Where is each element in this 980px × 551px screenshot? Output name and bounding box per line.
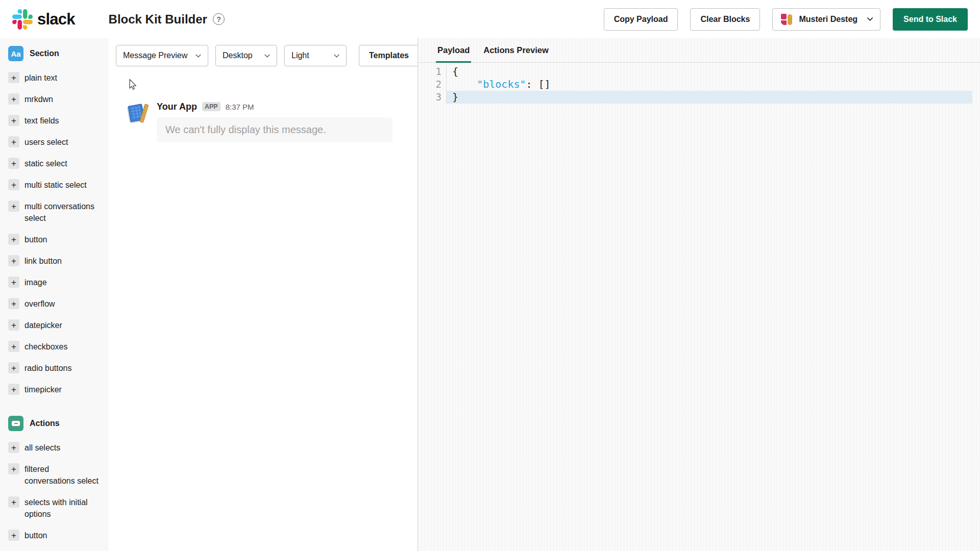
sidebar-item[interactable]: timepicker (8, 384, 105, 395)
sidebar-item[interactable]: radio buttons (8, 362, 105, 374)
payload-tabs: Payload Actions Preview (418, 38, 980, 63)
page-title: Block Kit Builder (109, 12, 207, 27)
sidebar-item-label: mrkdwn (24, 93, 53, 105)
actions-group-title: Actions (30, 419, 60, 428)
workspace-name: Musteri Desteg (799, 15, 857, 24)
sidebar-item[interactable]: datepicker (8, 319, 105, 331)
sidebar-item-label: button (24, 530, 47, 541)
code-line[interactable]: 1 { (418, 65, 980, 78)
sidebar-item[interactable]: selects with initial options (8, 496, 105, 520)
plus-icon (8, 530, 19, 541)
view-mode-select[interactable]: Message Preview (116, 45, 208, 66)
sidebar-item[interactable]: overflow (8, 298, 105, 310)
sidebar-group-actions: Actions all selects filtered conversatio… (8, 416, 105, 551)
plus-icon (8, 201, 19, 212)
actions-item-list: all selects filtered conversations selec… (8, 442, 105, 551)
sidebar-item-label: radio buttons (24, 362, 72, 374)
templates-button[interactable]: Templates (359, 45, 419, 66)
app-avatar (125, 102, 150, 126)
sidebar-item[interactable]: multi conversations select (8, 201, 105, 224)
plus-icon (8, 362, 19, 373)
app-header: slack Block Kit Builder ? Copy Payload C… (0, 0, 980, 38)
sidebar-item-label: overflow (24, 298, 55, 310)
message-body: We can't fully display this message. (157, 117, 393, 142)
sidebar-item[interactable]: multi static select (8, 179, 105, 191)
chevron-down-icon (195, 54, 201, 58)
sidebar-item-label: multi static select (24, 179, 87, 191)
plus-icon (8, 115, 19, 126)
slack-message-preview: Your App APP 8:37 PM We can't fully disp… (125, 102, 393, 142)
sidebar-item[interactable]: text fields (8, 115, 105, 127)
sidebar-item-label: selects with initial options (24, 496, 101, 520)
plus-icon (8, 298, 19, 309)
block-sidebar: Aa Section plain text mrkdwn text fields (0, 38, 109, 551)
plus-icon (8, 463, 19, 474)
plus-icon (8, 179, 19, 190)
tab-actions-preview[interactable]: Actions Preview (483, 38, 548, 62)
view-mode-value: Message Preview (123, 51, 187, 60)
slack-logo-icon (12, 9, 33, 30)
clear-blocks-button[interactable]: Clear Blocks (690, 8, 760, 31)
sidebar-item[interactable]: button (8, 530, 105, 541)
plus-icon (8, 255, 19, 266)
theme-value: Light (291, 51, 309, 60)
actions-group-header: Actions (8, 416, 105, 431)
sidebar-item[interactable]: checkboxes (8, 341, 105, 353)
chevron-down-icon (334, 54, 339, 58)
sidebar-item[interactable]: all selects (8, 442, 105, 454)
code-line-content: { (447, 65, 972, 78)
theme-select[interactable]: Light (284, 45, 347, 66)
sidebar-item[interactable]: filtered conversations select (8, 463, 105, 487)
slack-wordmark: slack (37, 10, 75, 29)
copy-payload-button[interactable]: Copy Payload (604, 8, 678, 31)
help-icon[interactable]: ? (213, 13, 225, 25)
chevron-down-icon (867, 17, 873, 21)
slack-logo: slack (12, 9, 75, 30)
code-line[interactable]: 3 } (418, 91, 980, 104)
app-name: Your App (157, 102, 197, 112)
plus-icon (8, 158, 19, 169)
section-item-list: plain text mrkdwn text fields users sele… (8, 72, 105, 395)
plus-icon (8, 234, 19, 245)
sidebar-item-label: timepicker (24, 384, 62, 395)
sidebar-item[interactable]: plain text (8, 72, 105, 84)
tab-payload[interactable]: Payload (437, 38, 470, 62)
plus-icon (8, 136, 19, 147)
workspace-selector[interactable]: Musteri Desteg (772, 8, 880, 31)
app-badge: APP (202, 102, 220, 111)
plus-icon (8, 93, 19, 105)
plus-icon (8, 384, 19, 395)
actions-button-icon (8, 416, 23, 431)
sidebar-item-label: button (24, 234, 47, 245)
payload-panel: Payload Actions Preview 1 { 2 "blocks": … (418, 38, 980, 551)
line-number: 2 (418, 78, 447, 91)
sidebar-item[interactable]: button (8, 234, 105, 245)
section-group-title: Section (30, 49, 59, 58)
sidebar-item-label: all selects (24, 442, 60, 454)
sidebar-item-label: multi conversations select (24, 201, 101, 224)
send-to-slack-button[interactable]: Send to Slack (893, 8, 968, 31)
device-select[interactable]: Desktop (215, 45, 277, 66)
code-line-content: "blocks": [] (447, 78, 972, 91)
plus-icon (8, 341, 19, 352)
payload-code-editor[interactable]: 1 { 2 "blocks": [] 3 } (418, 63, 980, 104)
sidebar-group-section: Aa Section plain text mrkdwn text fields (8, 46, 105, 395)
line-number: 3 (418, 91, 447, 104)
sidebar-item[interactable]: link button (8, 255, 105, 267)
sidebar-item-label: link button (24, 255, 62, 267)
sidebar-item-label: static select (24, 158, 67, 169)
plus-icon (8, 319, 19, 331)
sidebar-item[interactable]: static select (8, 158, 105, 169)
section-group-header: Aa Section (8, 46, 105, 61)
plus-icon (8, 72, 19, 83)
message-preview-pane: Message Preview Desktop Light Templates (109, 38, 418, 551)
sidebar-item-label: filtered conversations select (24, 463, 101, 487)
sidebar-item-label: text fields (24, 115, 59, 127)
sidebar-item[interactable]: mrkdwn (8, 93, 105, 105)
device-value: Desktop (223, 51, 253, 60)
code-line[interactable]: 2 "blocks": [] (418, 78, 980, 91)
sidebar-item[interactable]: users select (8, 136, 105, 148)
sidebar-item[interactable]: image (8, 277, 105, 288)
sidebar-item-label: users select (24, 136, 68, 148)
plus-icon (8, 496, 19, 508)
